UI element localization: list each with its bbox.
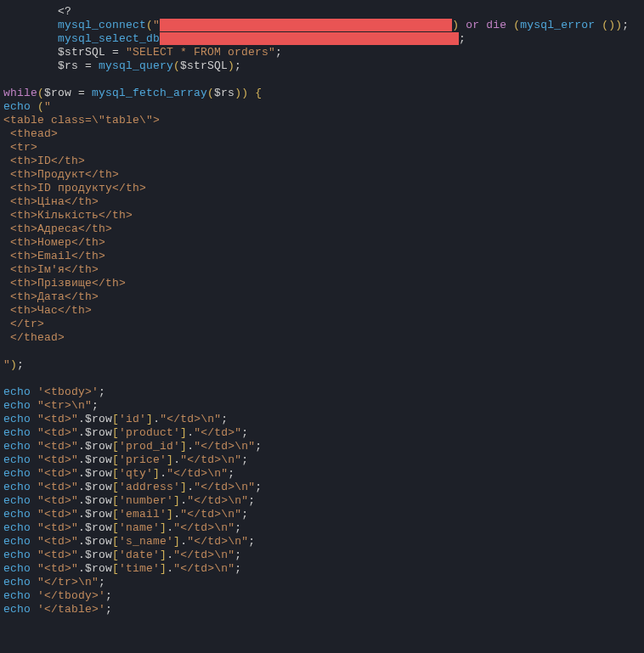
token-op: ; [99, 576, 105, 588]
token-str: "</td>\n" [173, 549, 234, 561]
token-paren: ( [173, 59, 180, 72]
code-line: echo "<td>".$row['s_name']."</td>\n"; [3, 535, 641, 549]
token-echoK: echo [3, 535, 31, 548]
token-echoK: echo [3, 589, 31, 602]
token-sq: 'email' [119, 508, 167, 521]
code-line: <thead> [3, 127, 641, 141]
token-str: "<td>" [37, 562, 78, 575]
token-paren: [ [112, 494, 119, 507]
token-echoK: echo [3, 521, 31, 534]
token-op [31, 413, 37, 425]
token-str: <th>Email</th> [3, 250, 105, 262]
token-str: <th>Прізвище</th> [3, 277, 126, 290]
token-paren: ] [160, 549, 167, 561]
token-op: . [78, 440, 85, 453]
token-str: "<td>" [37, 521, 78, 534]
code-line: </thead> [3, 331, 641, 345]
code-line [3, 73, 641, 87]
token-paren: ] [160, 562, 167, 575]
token-paren: ) [10, 358, 17, 371]
code-content[interactable]: <? mysql_connect(" ) or die (mysql_error… [3, 5, 641, 616]
code-line: <th>Час</th> [3, 304, 641, 318]
token-echoK: echo [3, 386, 31, 398]
token-paren: ] [173, 535, 180, 548]
token-op [31, 535, 37, 548]
token-op: ; [255, 440, 262, 453]
code-line: $strSQL = "SELECT * FROM orders"; [3, 46, 641, 59]
token-op: . [153, 413, 160, 425]
token-echoK: echo [3, 467, 31, 480]
token-paren: [ [112, 535, 119, 548]
token-sq: 'address' [119, 481, 180, 493]
token-op: ; [234, 562, 241, 575]
token-kw: or [466, 19, 479, 31]
token-paren: [ [112, 481, 119, 493]
token-str: "<td>" [37, 467, 78, 480]
token-op [31, 589, 37, 602]
token-str: </thead> [3, 331, 65, 344]
token-op [31, 481, 37, 493]
token-var: $row [44, 87, 71, 99]
token-op [31, 453, 37, 466]
token-str: "</td>\n" [194, 481, 255, 493]
token-op: ; [241, 453, 248, 466]
token-paren: ) [241, 87, 248, 99]
token-paren: [ [112, 521, 119, 534]
token-op [459, 19, 466, 31]
token-op: . [78, 413, 85, 425]
token-sq: '<tbody>' [37, 386, 99, 398]
token-str: "<td>" [37, 453, 78, 466]
code-line: <th>ID продукту</th> [3, 182, 641, 195]
token-paren: [ [112, 562, 119, 575]
token-paren: [ [112, 426, 119, 439]
token-var: $row [85, 521, 112, 534]
token-str: <table class=\"table\"> [3, 114, 160, 127]
code-line [3, 372, 641, 386]
token-str: "</td>\n" [173, 521, 234, 534]
token-sq: '</tbody>' [37, 589, 105, 602]
token-sq: 's_name' [119, 535, 173, 548]
code-line: while($row = mysql_fetch_array($rs)) { [3, 87, 641, 100]
token-op: ; [234, 549, 241, 561]
token-str: "</tr>\n" [37, 576, 99, 588]
token-echoK: echo [3, 576, 31, 588]
token-sq: 'name' [119, 521, 160, 534]
code-line [3, 345, 641, 358]
token-var: $row [85, 467, 112, 480]
code-line: echo '</tbody>'; [3, 589, 641, 603]
token-op [31, 562, 37, 575]
token-op: . [187, 440, 194, 453]
token-str: "</td>\n" [173, 562, 234, 575]
token-paren: ( [37, 100, 44, 113]
token-echoK: echo [3, 426, 31, 439]
token-paren: ) [234, 87, 241, 99]
token-redact [160, 19, 452, 31]
token-op: . [78, 481, 85, 493]
token-paren: ) [228, 59, 234, 72]
token-var: $row [85, 481, 112, 493]
code-line: echo '<tbody>'; [3, 386, 641, 399]
token-var: $row [85, 535, 112, 548]
token-str: <th>Номер</th> [3, 236, 105, 249]
token-kw: die [486, 19, 506, 31]
token-str: "</td>\n" [194, 440, 255, 453]
token-op: ; [622, 19, 629, 31]
token-str: "</td>\n" [180, 508, 241, 521]
token-str: <th>Продукт</th> [3, 168, 119, 181]
code-line: echo "<td>".$row['product']."</td>"; [3, 426, 641, 440]
token-echoK: echo [3, 413, 31, 425]
token-op: . [78, 562, 85, 575]
code-line: <th>Адреса</th> [3, 222, 641, 236]
token-op: <? [58, 5, 71, 18]
code-line: <? [3, 5, 641, 19]
token-var: $row [85, 440, 112, 453]
token-str: " [3, 358, 10, 371]
token-var: $row [85, 549, 112, 561]
token-op: . [160, 467, 167, 480]
token-op [479, 19, 486, 31]
token-op [31, 467, 37, 480]
token-op: ; [221, 413, 228, 425]
token-var: $row [85, 494, 112, 507]
token-sq: 'qty' [119, 467, 153, 480]
token-str: <th>Адреса</th> [3, 222, 112, 235]
